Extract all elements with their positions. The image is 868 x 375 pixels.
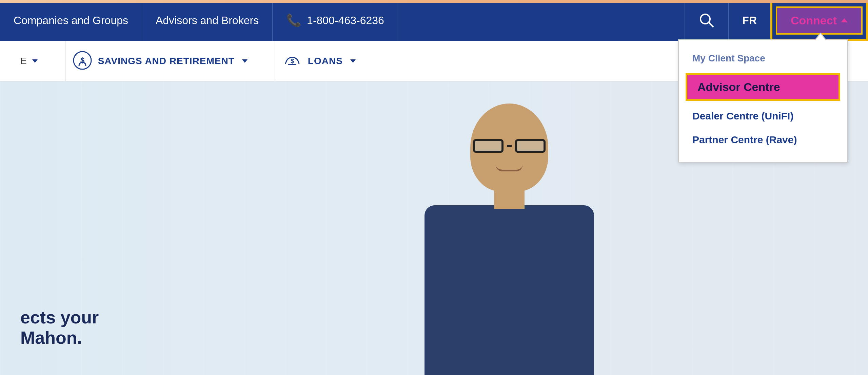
- connect-chevron-up-icon: [841, 18, 848, 22]
- phone-number: 1-800-463-6236: [307, 14, 384, 27]
- hero-text: ects your Mahon.: [20, 307, 99, 348]
- loans-label: LOANS: [308, 56, 343, 67]
- partner-centre-link[interactable]: Partner Centre (Rave): [679, 128, 847, 152]
- svg-text:$: $: [80, 56, 84, 64]
- connect-dropdown-menu: My Client Space Advisor Centre Dealer Ce…: [678, 39, 848, 163]
- phone-link[interactable]: 📞 1-800-463-6236: [273, 0, 398, 41]
- my-client-space-link[interactable]: My Client Space: [679, 47, 847, 70]
- connect-label: Connect: [791, 14, 837, 27]
- fr-language-toggle[interactable]: FR: [728, 0, 770, 41]
- nav-first-item[interactable]: E: [14, 41, 44, 81]
- loans-chevron-icon: [350, 59, 356, 63]
- hero-text-line1: ects your: [20, 307, 99, 327]
- connect-button[interactable]: Connect: [776, 6, 863, 35]
- advisors-brokers-label: Advisors and Brokers: [156, 14, 259, 27]
- nav-first-label: E: [20, 56, 27, 67]
- dealer-centre-link[interactable]: Dealer Centre (UniFI): [679, 104, 847, 128]
- phone-icon: 📞: [286, 13, 301, 27]
- savings-retirement-nav[interactable]: $ SAVINGS AND RETIREMENT: [65, 41, 254, 81]
- svg-point-0: [701, 14, 710, 24]
- advisors-brokers-link[interactable]: Advisors and Brokers: [142, 0, 273, 41]
- svg-text:$: $: [291, 58, 294, 64]
- search-button[interactable]: [685, 0, 728, 41]
- top-utility-bar: Companies and Groups Advisors and Broker…: [0, 0, 868, 41]
- advisor-centre-wrapper: Advisor Centre: [686, 73, 840, 101]
- loans-nav[interactable]: $ LOANS: [275, 41, 362, 81]
- advisor-centre-link[interactable]: Advisor Centre: [687, 75, 839, 99]
- hero-text-line2: Mahon.: [20, 327, 99, 348]
- companies-groups-link[interactable]: Companies and Groups: [0, 0, 142, 41]
- hero-person-image: [391, 83, 628, 375]
- peach-accent-bar: [0, 0, 868, 3]
- dropdown-arrow-up-fill: [815, 34, 826, 41]
- search-icon: [698, 12, 715, 29]
- companies-groups-label: Companies and Groups: [14, 14, 128, 27]
- nav-first-chevron-icon: [32, 59, 38, 63]
- svg-line-1: [709, 22, 713, 27]
- savings-label: SAVINGS AND RETIREMENT: [98, 56, 235, 67]
- savings-icon: $: [72, 50, 93, 72]
- loans-icon: $: [282, 50, 302, 72]
- savings-chevron-icon: [242, 59, 248, 63]
